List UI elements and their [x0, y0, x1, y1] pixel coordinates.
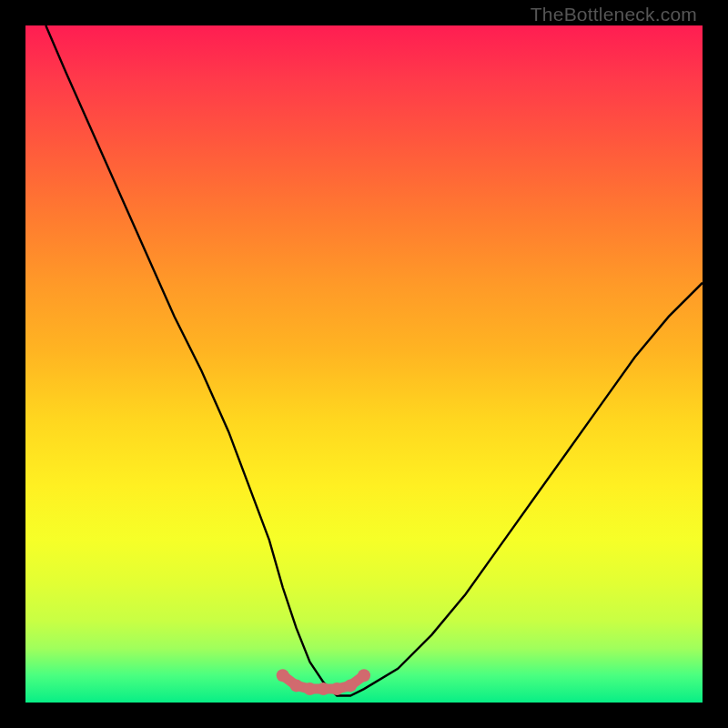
marker-dot [317, 682, 329, 695]
marker-dot [303, 682, 316, 695]
marker-dot [358, 669, 370, 682]
watermark-text: TheBottleneck.com [531, 4, 697, 25]
marker-dot [344, 679, 357, 692]
marker-dot [290, 679, 303, 692]
chart-svg [25, 25, 703, 703]
marker-dot [277, 669, 289, 682]
marker-dot [330, 682, 343, 695]
bottleneck-curve-path [46, 25, 703, 696]
